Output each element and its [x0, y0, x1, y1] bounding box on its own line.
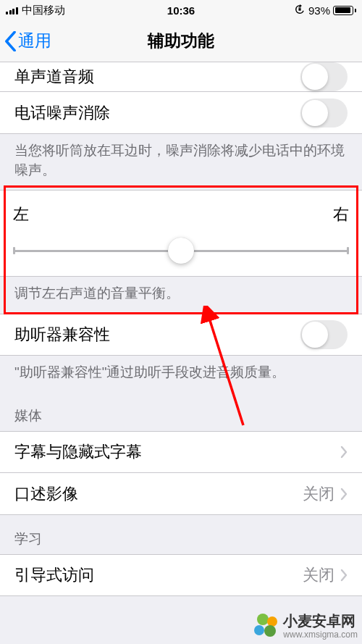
switch-toggle[interactable] — [300, 320, 348, 349]
battery-percent: 93% — [308, 4, 330, 17]
row-phone-noise-cancel[interactable]: 电话噪声消除 — [0, 92, 362, 134]
status-bar: 中国移动 10:36 93% — [0, 0, 362, 20]
watermark: 小麦安卓网 www.xmsigma.com — [254, 611, 358, 640]
footer-balance: 调节左右声道的音量平衡。 — [0, 277, 362, 314]
balance-left-label: 左 — [13, 204, 29, 225]
row-label: 电话噪声消除 — [14, 102, 300, 124]
status-time: 10:36 — [167, 4, 195, 17]
row-value: 关闭 — [303, 483, 334, 505]
balance-right-label: 右 — [333, 204, 349, 225]
footer-noise-cancel: 当您将听筒放在耳边时，噪声消除将减少电话中的环境噪声。 — [0, 134, 362, 190]
chevron-right-icon — [340, 488, 348, 501]
footer-hearing-aid: "助听器兼容性"通过助听手段改进音频质量。 — [0, 356, 362, 393]
chevron-right-icon — [340, 446, 348, 459]
row-label: 助听器兼容性 — [14, 324, 300, 346]
row-audio-descriptions[interactable]: 口述影像 关闭 — [0, 473, 362, 515]
nav-bar: 通用 辅助功能 — [0, 20, 362, 62]
chevron-left-icon — [4, 31, 17, 51]
switch-toggle[interactable] — [300, 62, 348, 91]
balance-group: 左 右 — [0, 190, 362, 277]
row-label: 引导式访问 — [14, 564, 303, 586]
battery-icon — [333, 6, 356, 15]
carrier-label: 中国移动 — [22, 4, 65, 17]
row-mono-audio[interactable]: 单声道音频 — [0, 62, 362, 92]
row-guided-access[interactable]: 引导式访问 关闭 — [0, 554, 362, 596]
section-header-media: 媒体 — [0, 392, 362, 431]
back-label: 通用 — [18, 30, 51, 52]
chevron-right-icon — [340, 569, 348, 582]
page-title: 辅助功能 — [148, 30, 214, 52]
slider-knob[interactable] — [168, 238, 194, 264]
row-label: 单声道音频 — [14, 66, 300, 88]
watermark-logo-icon — [254, 614, 279, 638]
row-label: 口述影像 — [14, 483, 303, 505]
watermark-title: 小麦安卓网 — [283, 613, 355, 629]
balance-slider[interactable] — [13, 241, 349, 260]
row-label: 字幕与隐藏式字幕 — [14, 441, 340, 463]
row-value: 关闭 — [303, 564, 334, 586]
switch-toggle[interactable] — [300, 99, 348, 127]
watermark-url: www.xmsigma.com — [283, 630, 358, 640]
row-subtitles[interactable]: 字幕与隐藏式字幕 — [0, 431, 362, 473]
back-button[interactable]: 通用 — [4, 30, 51, 52]
rotation-lock-icon — [294, 4, 306, 17]
svg-rect-0 — [298, 8, 300, 11]
signal-icon — [6, 6, 18, 14]
section-header-learning: 学习 — [0, 515, 362, 554]
row-hearing-aid-compat[interactable]: 助听器兼容性 — [0, 314, 362, 356]
